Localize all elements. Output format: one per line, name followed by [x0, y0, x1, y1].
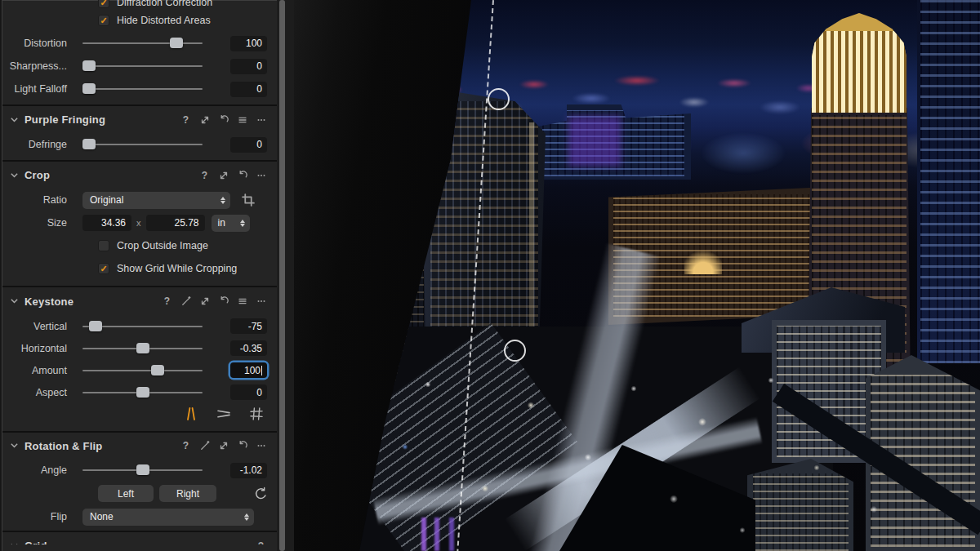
presets-icon[interactable] [237, 114, 247, 125]
rotate-right-button[interactable]: Right [159, 485, 216, 502]
light-falloff-value[interactable]: 0 [230, 82, 267, 97]
wand-icon[interactable] [199, 441, 210, 451]
keystone-vertical-value[interactable]: -75 [230, 318, 267, 334]
hide-distorted-areas-checkbox[interactable]: ✓ [98, 15, 109, 26]
rotate-reset-icon[interactable] [253, 487, 268, 501]
image-viewer[interactable] [294, 0, 980, 551]
section-grid-partial: Grid ? [2, 532, 277, 544]
help-icon[interactable]: ? [180, 441, 191, 451]
defringe-row: Defringe 0 [2, 133, 277, 156]
size-unit-dropdown[interactable]: in [212, 215, 250, 232]
help-icon[interactable]: ? [162, 296, 172, 307]
chevron-down-icon[interactable] [10, 294, 19, 309]
keystone-horizontal-slider[interactable] [82, 343, 203, 354]
reset-icon[interactable] [237, 170, 247, 180]
rotation-flip-title: Rotation & Flip [24, 440, 102, 452]
presets-icon[interactable] [237, 296, 247, 307]
grid-title: Grid [24, 540, 47, 544]
sharpness-value[interactable]: 0 [230, 59, 267, 74]
crop-tool-icon[interactable] [241, 193, 255, 207]
chevron-down-icon[interactable] [10, 113, 19, 127]
grid-header[interactable]: Grid ? [2, 532, 277, 544]
distortion-slider[interactable] [82, 38, 203, 49]
defringe-slider[interactable] [82, 139, 203, 150]
diffraction-correction-label: Diffraction Correction [117, 0, 212, 8]
crop-outside-row[interactable]: Crop Outside Image [2, 234, 277, 257]
keystone-aspect-label: Aspect [2, 387, 82, 398]
keystone-full-mode-icon[interactable] [249, 407, 264, 424]
chevron-down-icon[interactable] [10, 539, 19, 545]
defringe-value[interactable]: 0 [230, 137, 267, 153]
more-icon[interactable] [256, 170, 266, 180]
keystone-amount-value[interactable]: 100 [230, 362, 267, 378]
rotate-left-button[interactable]: Left [98, 485, 154, 502]
keystone-handle-bottom[interactable] [504, 340, 526, 362]
wand-icon[interactable] [180, 296, 191, 307]
expand-icon[interactable] [218, 441, 229, 451]
check-icon: ✓ [100, 264, 107, 273]
expand-icon[interactable] [199, 114, 210, 125]
diffraction-correction-row[interactable]: ✓ Diffraction Correction [2, 0, 277, 9]
rotation-flip-header[interactable]: Rotation & Flip ? [2, 433, 277, 459]
keystone-aspect-slider[interactable] [82, 387, 203, 398]
chevron-down-icon[interactable] [10, 168, 19, 183]
crop-header[interactable]: Crop ? [2, 162, 277, 189]
show-grid-checkbox[interactable]: ✓ [98, 263, 109, 274]
more-icon[interactable] [256, 114, 266, 125]
flip-label: Flip [2, 511, 82, 522]
keystone-vertical-slider[interactable] [82, 321, 203, 332]
keystone-horizontal-value[interactable]: -0.35 [230, 340, 267, 356]
flip-value: None [90, 511, 114, 522]
hide-distorted-areas-row[interactable]: ✓ Hide Distorted Areas [2, 9, 277, 32]
photo-night-cityscape [294, 0, 980, 551]
help-icon[interactable]: ? [199, 170, 210, 180]
help-icon[interactable]: ? [256, 540, 266, 544]
size-height-field[interactable]: 25.78 [146, 215, 205, 231]
keystone-horizontal-mode-icon[interactable] [216, 407, 231, 424]
panel-scrollbar[interactable] [279, 0, 285, 551]
section-purple-fringing: Purple Fringing ? Defringe 0 [2, 106, 277, 162]
expand-icon[interactable] [218, 170, 229, 180]
keystone-amount-slider[interactable] [82, 365, 203, 376]
ratio-dropdown[interactable]: Original [82, 192, 230, 209]
reset-icon[interactable] [218, 296, 229, 307]
keystone-amount-row: Amount 100 [2, 359, 277, 381]
ratio-label: Ratio [2, 194, 82, 206]
angle-value[interactable]: -1.02 [230, 463, 267, 478]
crop-outside-checkbox[interactable] [98, 240, 109, 251]
keystone-amount-label: Amount [2, 365, 82, 376]
hide-distorted-areas-label: Hide Distorted Areas [117, 15, 211, 26]
show-grid-row[interactable]: ✓ Show Grid While Cropping [2, 257, 277, 280]
rotate-buttons-row: Left Right [2, 482, 277, 505]
dropdown-chevrons-icon [235, 220, 245, 227]
keystone-handle-top[interactable] [488, 88, 510, 110]
panel-gutter [277, 0, 294, 551]
distortion-label: Distortion [2, 38, 82, 49]
help-icon[interactable]: ? [180, 114, 191, 125]
sharpness-slider[interactable] [82, 60, 203, 72]
reset-icon[interactable] [218, 114, 229, 125]
dropdown-chevrons-icon [216, 197, 225, 204]
flip-dropdown[interactable]: None [82, 509, 254, 526]
keystone-aspect-value[interactable]: 0 [230, 384, 267, 400]
purple-fringing-header[interactable]: Purple Fringing ? [2, 106, 277, 133]
angle-slider[interactable] [82, 464, 203, 476]
more-icon[interactable] [256, 441, 266, 451]
size-label: Size [2, 217, 82, 229]
reset-icon[interactable] [237, 441, 247, 451]
more-icon[interactable] [256, 296, 266, 307]
light-falloff-slider[interactable] [82, 83, 203, 95]
diffraction-correction-checkbox[interactable]: ✓ [98, 0, 109, 8]
dropdown-chevrons-icon [239, 513, 249, 521]
keystone-vertical-mode-icon[interactable] [184, 407, 198, 424]
crop-outside-label: Crop Outside Image [117, 240, 208, 251]
section-rotation-flip: Rotation & Flip ? Angle -1.02 Left Right… [2, 433, 277, 532]
chevron-down-icon[interactable] [10, 438, 19, 453]
expand-icon[interactable] [199, 296, 210, 307]
sharpness-row: Sharpness... 0 [2, 55, 277, 78]
keystone-horizontal-row: Horizontal -0.35 [2, 337, 277, 359]
distortion-value[interactable]: 100 [230, 36, 267, 51]
defringe-label: Defringe [2, 139, 82, 150]
size-width-field[interactable]: 34.36 [82, 215, 131, 231]
keystone-header[interactable]: Keystone ? [2, 287, 277, 315]
